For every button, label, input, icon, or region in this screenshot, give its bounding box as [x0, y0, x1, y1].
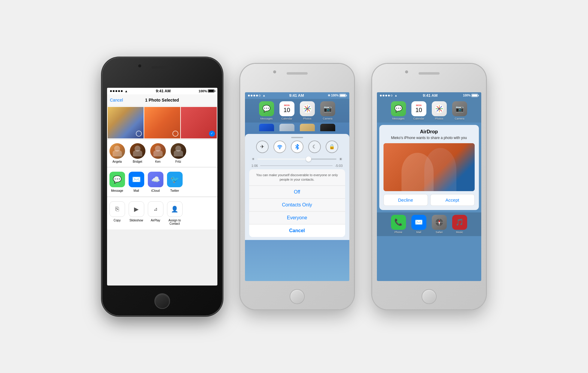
airdrop-everyone-option[interactable]: Everyone	[249, 212, 345, 224]
airdrop-subtitle: Mieko's iPhone wants to share a photo wi…	[384, 136, 475, 141]
app-messages-3[interactable]: 💬 Messages	[391, 101, 406, 120]
person-name-bridget: Bridget	[133, 160, 142, 163]
cc-wifi-btn[interactable]	[273, 141, 286, 153]
app-calendar-2[interactable]: MON 10 Calendar	[279, 101, 294, 120]
dot2	[251, 95, 252, 96]
cc-rotation-btn[interactable]: 🔒	[326, 141, 338, 153]
home-screen-row1-3: 💬 Messages MON 10 Calendar	[377, 99, 481, 123]
cc-donotdisturb-btn[interactable]: ☾	[308, 141, 321, 153]
status-bar-3: ▲ 9:41 AM 100%	[377, 92, 481, 99]
messages-icon-3: 💬	[391, 101, 406, 116]
partial-icon-1	[259, 124, 274, 131]
action-airplay[interactable]: ⊿ AirPlay	[148, 201, 163, 225]
phone-3: ▲ 9:41 AM 100% 💬 Messages M	[372, 64, 486, 309]
wifi-2: ▲	[263, 94, 266, 97]
share-message[interactable]: 💬 Message	[109, 172, 125, 192]
cc-airplane-btn[interactable]: ✈	[256, 141, 269, 153]
airdrop-title: AirDrop	[384, 129, 475, 135]
messages-label-3: Messages	[392, 117, 404, 120]
partial-icon-2	[279, 124, 294, 131]
share-twitter-label: Twitter	[170, 189, 179, 192]
photo-thumb-3[interactable]: ✓	[181, 107, 217, 138]
mail-app-icon: ✉️	[129, 172, 144, 187]
app-photos-2[interactable]: Photos	[300, 101, 315, 120]
person-name-ken: Ken	[155, 160, 161, 163]
home-button-1[interactable]	[154, 293, 170, 309]
brightness-thumb	[306, 156, 311, 162]
time-3: 9:41 AM	[423, 93, 437, 98]
cancel-button[interactable]: Cancel	[110, 98, 123, 102]
dock-phone[interactable]: 📞 Phone	[391, 215, 406, 234]
action-copy[interactable]: ⎘ Copy	[109, 201, 125, 225]
app-calendar-3[interactable]: MON 10 Calendar	[411, 101, 426, 120]
photo-grid: ✓	[107, 106, 217, 139]
share-mail[interactable]: ✉️ Mail	[129, 172, 144, 192]
safari-dock-icon	[432, 215, 447, 230]
avatar-angela	[109, 143, 125, 159]
share-mail-label: Mail	[133, 189, 139, 192]
share-message-label: Message	[111, 189, 123, 192]
status-bar-2: ▲ 9:41 AM ❊ 100%	[245, 92, 349, 99]
decline-button[interactable]: Decline	[384, 194, 428, 206]
message-app-icon: 💬	[109, 172, 125, 187]
cc-controls-row: ✈ ☾ 🔒	[248, 141, 346, 153]
person-angela[interactable]: Angela	[109, 143, 125, 163]
share-icloud[interactable]: ☁️ iCloud	[148, 172, 163, 192]
music-track	[260, 165, 333, 166]
wifi-symbol: ▲	[125, 89, 128, 93]
signal-dot-1	[110, 90, 112, 92]
cc-pull-tab	[248, 137, 346, 138]
app-camera-3[interactable]: 📷 Camera	[452, 101, 467, 120]
share-twitter[interactable]: 🐦 Twitter	[167, 172, 183, 192]
home-screen-row1: 💬 Messages MON 10 Calendar	[245, 99, 349, 123]
battery-indicator-1: 100%	[198, 89, 214, 93]
battery-pct-3: 100%	[463, 94, 471, 97]
action-airplay-label: AirPlay	[151, 219, 160, 222]
battery-bar-2	[339, 94, 346, 97]
airdrop-sheet: You can make yourself discoverable to ev…	[249, 169, 345, 237]
action-assign-contact[interactable]: 👤 Assign toContact	[167, 201, 183, 225]
airdrop-cancel-button[interactable]: Cancel	[249, 224, 345, 237]
dot4	[256, 95, 258, 96]
s3	[385, 95, 387, 96]
nav-bar-1: Cancel 1 Photo Selected	[107, 94, 217, 106]
home-button-3[interactable]	[422, 289, 437, 304]
people-row: Angela Bridget Ken	[107, 140, 217, 167]
app-camera-2[interactable]: 📷 Camera	[320, 101, 335, 120]
person-ken[interactable]: Ken	[150, 143, 166, 163]
messages-icon: 💬	[259, 101, 274, 116]
app-photos-3[interactable]: Photos	[432, 101, 447, 120]
time-remaining: -5:03	[335, 164, 342, 167]
action-slideshow[interactable]: ▶ Slideshow	[129, 201, 144, 225]
mail-dock-label: Mail	[416, 231, 421, 234]
app-messages-2[interactable]: 💬 Messages	[259, 101, 274, 120]
partial-icon-4	[320, 124, 335, 131]
photo-select-circle-2	[172, 131, 178, 137]
battery-fill-1	[208, 90, 214, 92]
airdrop-contacts-option[interactable]: Contacts Only	[249, 199, 345, 212]
music-dock-label: Music	[456, 231, 463, 234]
calendar-month: MON	[284, 104, 290, 107]
battery-pct-1: 100%	[198, 89, 207, 93]
person-bridget[interactable]: Bridget	[130, 143, 145, 163]
cc-pull-line	[291, 137, 303, 138]
home-button-2[interactable]	[290, 289, 305, 304]
photo-thumb-1[interactable]	[108, 107, 144, 138]
airdrop-actions: Decline Accept	[384, 194, 475, 206]
photos-icon-3	[432, 101, 447, 116]
dock-music[interactable]: 🎵 Music	[452, 215, 467, 234]
person-fritz[interactable]: Fritz	[171, 143, 186, 163]
dock-safari[interactable]: Safari	[432, 215, 447, 234]
accept-button[interactable]: Accept	[430, 194, 475, 206]
camera-icon-3: 📷	[452, 101, 467, 116]
preview-bg	[384, 143, 475, 191]
brightness-slider[interactable]: ☀ ☀	[252, 157, 343, 161]
photo-thumb-2[interactable]	[144, 107, 180, 138]
cc-bluetooth-btn[interactable]	[291, 141, 303, 153]
dock-mail[interactable]: ✉️ Mail	[411, 215, 426, 234]
avatar-bridget	[130, 143, 145, 159]
time-2: 9:41 AM	[289, 93, 304, 98]
airdrop-off-option[interactable]: Off	[249, 186, 345, 199]
brightness-fill	[257, 158, 309, 160]
slideshow-icon: ▶	[129, 201, 144, 217]
